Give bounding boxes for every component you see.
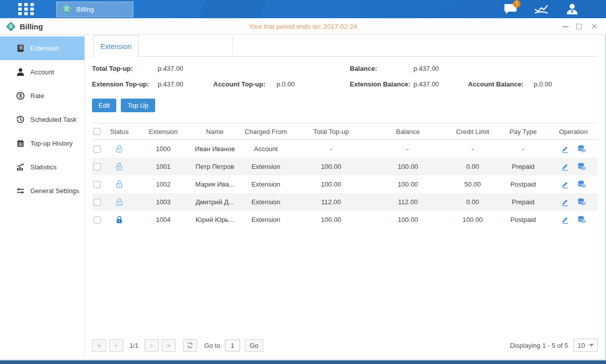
cell-credit-limit: 100.00 [448, 216, 497, 223]
trial-period-message: Your trial period ends on: 2017-02-24 [0, 23, 606, 30]
book-icon [16, 44, 25, 53]
topup-row-icon[interactable]: $ [577, 162, 586, 171]
topbar-right-icons: ! [502, 1, 581, 17]
notifications-button[interactable]: ! [502, 1, 519, 17]
close-button[interactable]: ✕ [591, 23, 598, 30]
cell-charged-from: Account [238, 145, 294, 153]
sidebar-item-statistics[interactable]: Statistics [0, 155, 84, 179]
go-button[interactable]: Go [245, 339, 263, 352]
svg-text:$: $ [583, 167, 585, 171]
extensions-table: StatusExtensionNameCharged FromTotal Top… [92, 123, 598, 229]
goto-label: Go to [204, 342, 220, 349]
lock-closed-icon [104, 215, 134, 224]
cell-extension: 1002 [134, 180, 192, 188]
cell-extension: 1003 [134, 198, 192, 206]
refresh-button[interactable] [183, 339, 197, 352]
cell-extension: 1001 [134, 163, 192, 170]
cell-total-topup: 100.00 [294, 216, 368, 223]
column-header-status: Status [104, 128, 134, 135]
edit-row-icon[interactable] [561, 198, 569, 206]
sidebar-item-top-up-history[interactable]: Top-up History [0, 131, 84, 155]
topup-row-icon[interactable]: $ [577, 198, 586, 206]
column-header-balance: Balance [368, 128, 448, 135]
sidebar-item-rate[interactable]: $Rate [0, 84, 84, 108]
sidebar-item-label: General Settings [30, 187, 79, 195]
last-page-button[interactable]: » [162, 339, 176, 352]
row-checkbox[interactable] [94, 163, 101, 170]
svg-text:$: $ [583, 220, 585, 224]
next-page-button[interactable]: › [145, 339, 159, 352]
cell-pay-type: Prepaid [497, 163, 549, 170]
edit-row-icon[interactable] [561, 145, 569, 153]
cell-credit-limit: 50.00 [448, 180, 497, 188]
select-all-checkbox[interactable] [94, 128, 101, 135]
topup-row-icon[interactable]: $ [577, 215, 586, 224]
open-app-tab-billing[interactable]: $ Billing [56, 2, 133, 17]
topup-row-icon[interactable]: $ [577, 145, 586, 153]
sidebar-item-account[interactable]: Account [0, 60, 84, 84]
cell-charged-from: Extension [238, 216, 294, 223]
row-checkbox[interactable] [94, 181, 101, 188]
tab-strip: Extension [92, 35, 598, 57]
svg-text:$: $ [583, 202, 585, 206]
table-body: 1000Иван ИвановAccount----$1001Петр Петр… [92, 140, 598, 229]
column-header-extension: Extension [134, 128, 192, 135]
page-size-select[interactable]: 10 [574, 339, 598, 352]
tab-extension[interactable]: Extension [94, 35, 138, 57]
column-header-total-top-up: Total Top-up [294, 128, 368, 135]
svg-text:$: $ [10, 25, 12, 29]
displaying-text: Displaying 1 - 5 of 5 [510, 342, 568, 349]
row-checkbox[interactable] [94, 199, 101, 206]
table-row: 1002Мария Ива...Extension100.00100.0050.… [92, 175, 598, 193]
sidebar-item-general-settings[interactable]: General Settings [0, 179, 84, 203]
column-header-operation: Operation [549, 128, 598, 135]
action-buttons: Edit Top Up [92, 99, 598, 112]
top-up-button[interactable]: Top Up [121, 99, 155, 112]
cell-balance: 100.00 [368, 216, 448, 223]
minimize-button[interactable] [563, 23, 569, 27]
sidebar-item-scheduled-task[interactable]: Scheduled Task [0, 108, 84, 131]
extension-topup-label: Extension Top-up: [92, 80, 158, 88]
billing-diamond-dollar-icon: $ [61, 4, 72, 15]
pagination-right: Displaying 1 - 5 of 5 10 [510, 339, 598, 352]
app-launcher-grid-icon[interactable] [17, 0, 37, 18]
cell-credit-limit: - [448, 145, 497, 153]
lock-open-icon [104, 180, 134, 189]
user-account-button[interactable] [564, 1, 581, 17]
reports-button[interactable] [533, 1, 550, 17]
top-system-bar: $ Billing ! [0, 0, 606, 18]
column-header-pay-type: Pay Type [497, 128, 549, 135]
row-checkbox[interactable] [94, 216, 101, 223]
refresh-icon [187, 342, 194, 349]
sidebar-item-extension[interactable]: Extension [0, 36, 84, 60]
cell-name: Мария Ива... [192, 180, 238, 188]
table-row: 1001Петр ПетровExtension100.00100.000.00… [92, 158, 598, 175]
table-row: 1003Дмитрий Д...Extension112.00112.000.0… [92, 193, 598, 211]
edit-button[interactable]: Edit [92, 99, 116, 112]
goto-page-input[interactable] [225, 340, 240, 351]
edit-row-icon[interactable] [561, 180, 569, 189]
sidebar-item-label: Statistics [30, 163, 57, 171]
cell-balance: 112.00 [368, 198, 448, 206]
window-bottom-border [0, 359, 606, 364]
notebook-icon [16, 139, 25, 148]
maximize-button[interactable] [576, 24, 582, 29]
table-header: StatusExtensionNameCharged FromTotal Top… [92, 123, 598, 140]
app-tab-label: Billing [76, 6, 94, 13]
tab-strip-divider [232, 36, 233, 56]
edit-row-icon[interactable] [561, 163, 569, 171]
cell-name: Иван Иванов [192, 145, 238, 153]
edit-row-icon[interactable] [561, 216, 569, 224]
topup-row-icon[interactable]: $ [577, 180, 586, 189]
pager-controls: « ‹ 1/1 › » [92, 339, 197, 352]
prev-page-button[interactable]: ‹ [109, 339, 123, 352]
row-checkbox[interactable] [94, 146, 101, 153]
sliders-icon [16, 187, 25, 196]
window-title: Billing [20, 22, 43, 31]
sidebar-nav: ExtensionAccount$RateScheduled TaskTop-u… [0, 35, 85, 359]
page-size-value: 10 [578, 342, 585, 349]
cell-balance: - [368, 145, 448, 153]
sidebar-item-label: Top-up History [30, 140, 73, 147]
first-page-button[interactable]: « [92, 339, 106, 352]
grid-icon [17, 3, 36, 16]
